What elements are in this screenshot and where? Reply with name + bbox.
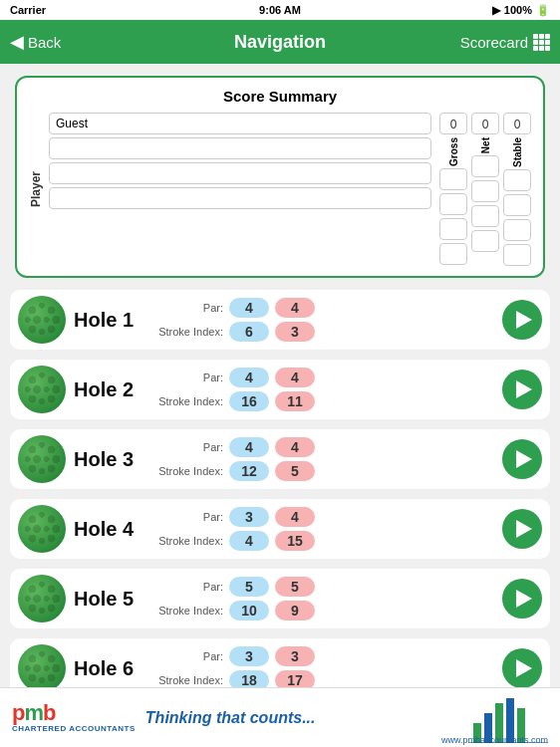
hole-stats-4: Par: 3 4 Stroke Index: 4 15 bbox=[151, 507, 494, 551]
grid-icon bbox=[533, 34, 550, 51]
hole-par-row-1: Par: 4 4 bbox=[151, 298, 494, 318]
signal-icon: ▶ bbox=[492, 4, 500, 17]
play-button-1[interactable] bbox=[502, 300, 542, 340]
par-label-5: Par: bbox=[151, 581, 223, 593]
par-pink-1: 4 bbox=[275, 298, 315, 318]
stable-cell-2 bbox=[503, 194, 531, 216]
gross-column: Gross bbox=[439, 137, 467, 266]
stable-cell-4 bbox=[503, 244, 531, 266]
back-chevron-icon: ◀ bbox=[10, 31, 24, 53]
play-icon-3 bbox=[516, 450, 532, 468]
hole-si-row-4: Stroke Index: 4 15 bbox=[151, 531, 494, 551]
player-2-input[interactable] bbox=[49, 137, 431, 159]
play-icon-5 bbox=[516, 590, 532, 608]
player-row-1 bbox=[49, 113, 431, 134]
play-button-4[interactable] bbox=[502, 509, 542, 549]
gross-cell-2 bbox=[439, 193, 467, 215]
si-pink-1: 3 bbox=[275, 322, 315, 342]
carrier-label: Carrier bbox=[10, 4, 46, 16]
pmb-logo: pmb Chartered Accountants bbox=[12, 702, 136, 733]
par-label-2: Par: bbox=[151, 372, 223, 383]
si-pink-3: 5 bbox=[275, 461, 315, 481]
par-blue-3: 4 bbox=[229, 437, 269, 457]
hole-par-row-4: Par: 3 4 bbox=[151, 507, 494, 527]
si-label-5: Stroke Index: bbox=[151, 605, 223, 617]
hole-row-2: Hole 2 Par: 4 4 Stroke Index: 16 11 bbox=[10, 360, 550, 419]
battery-label: 100% bbox=[504, 4, 532, 16]
hole-name-3: Hole 3 bbox=[74, 448, 143, 471]
si-label-4: Stroke Index: bbox=[151, 535, 223, 547]
back-button[interactable]: ◀ Back bbox=[10, 31, 61, 53]
nav-bar: ◀ Back Navigation Scorecard bbox=[0, 20, 560, 64]
status-bar: Carrier 9:06 AM ▶ 100% 🔋 bbox=[0, 0, 560, 20]
si-blue-5: 10 bbox=[229, 601, 269, 621]
hole-row-1: Hole 1 Par: 4 4 Stroke Index: 6 3 bbox=[10, 290, 550, 350]
player-1-input[interactable] bbox=[49, 113, 431, 134]
scorecard-button[interactable]: Scorecard bbox=[460, 34, 550, 51]
si-blue-2: 16 bbox=[229, 391, 269, 411]
player-row-2 bbox=[49, 137, 431, 159]
si-pink-2: 11 bbox=[275, 391, 315, 411]
play-button-6[interactable] bbox=[502, 648, 542, 688]
hole-name-4: Hole 4 bbox=[74, 518, 143, 541]
gross-cell-4 bbox=[439, 243, 467, 265]
player-3-input[interactable] bbox=[49, 162, 431, 184]
score-summary-title: Score Summary bbox=[29, 88, 531, 105]
net-top-value: 0 bbox=[471, 113, 499, 134]
time-label: 9:06 AM bbox=[259, 4, 301, 16]
play-icon-6 bbox=[516, 659, 532, 677]
hole-ball-3 bbox=[18, 435, 66, 483]
play-icon-2 bbox=[516, 380, 532, 398]
si-label-6: Stroke Index: bbox=[151, 674, 223, 686]
net-header: Net bbox=[480, 137, 491, 153]
gross-cell-3 bbox=[439, 218, 467, 240]
hole-par-row-2: Par: 4 4 bbox=[151, 368, 494, 387]
player-4-input[interactable] bbox=[49, 187, 431, 209]
play-button-3[interactable] bbox=[502, 439, 542, 479]
hole-name-6: Hole 6 bbox=[74, 657, 143, 680]
hole-stats-1: Par: 4 4 Stroke Index: 6 3 bbox=[151, 298, 494, 342]
ad-banner: pmb Chartered Accountants Thinking that … bbox=[0, 687, 560, 747]
hole-name-1: Hole 1 bbox=[74, 309, 143, 332]
stable-cell-3 bbox=[503, 219, 531, 241]
hole-name-5: Hole 5 bbox=[74, 588, 143, 611]
par-pink-6: 3 bbox=[275, 646, 315, 666]
stable-cell-1 bbox=[503, 169, 531, 191]
hole-stats-6: Par: 3 3 Stroke Index: 18 17 bbox=[151, 646, 494, 690]
score-main-cols: Gross Net Stable bbox=[439, 137, 531, 266]
par-pink-5: 5 bbox=[275, 577, 315, 597]
hole-si-row-1: Stroke Index: 6 3 bbox=[151, 322, 494, 342]
stable-header: Stable bbox=[512, 137, 523, 167]
hole-stats-3: Par: 4 4 Stroke Index: 12 5 bbox=[151, 437, 494, 481]
back-label: Back bbox=[28, 34, 61, 51]
par-blue-5: 5 bbox=[229, 577, 269, 597]
score-columns-container: 0 0 0 Gross Net bbox=[439, 113, 531, 266]
player-rows bbox=[49, 113, 431, 266]
par-blue-6: 3 bbox=[229, 646, 269, 666]
par-label-3: Par: bbox=[151, 441, 223, 453]
play-button-2[interactable] bbox=[502, 370, 542, 409]
par-label-4: Par: bbox=[151, 511, 223, 523]
gross-cell-1 bbox=[439, 168, 467, 190]
par-label-1: Par: bbox=[151, 302, 223, 314]
par-pink-2: 4 bbox=[275, 368, 315, 387]
par-pink-4: 4 bbox=[275, 507, 315, 527]
si-label-3: Stroke Index: bbox=[151, 465, 223, 477]
net-column: Net bbox=[471, 137, 499, 266]
score-summary: Score Summary Player 0 0 0 bbox=[15, 76, 545, 278]
player-row-4 bbox=[49, 187, 431, 209]
scorecard-label: Scorecard bbox=[460, 34, 528, 51]
hole-par-row-3: Par: 4 4 bbox=[151, 437, 494, 457]
play-button-5[interactable] bbox=[502, 579, 542, 619]
par-blue-1: 4 bbox=[229, 298, 269, 318]
stable-top-value: 0 bbox=[503, 113, 531, 134]
hole-si-row-5: Stroke Index: 10 9 bbox=[151, 601, 494, 621]
hole-par-row-6: Par: 3 3 bbox=[151, 646, 494, 666]
ad-website: www.pmbaccountants.com bbox=[441, 735, 548, 745]
par-blue-2: 4 bbox=[229, 368, 269, 387]
battery-icon: 🔋 bbox=[536, 4, 550, 17]
par-label-6: Par: bbox=[151, 650, 223, 662]
si-label-1: Stroke Index: bbox=[151, 326, 223, 338]
hole-par-row-5: Par: 5 5 bbox=[151, 577, 494, 597]
score-table: Player 0 0 0 bbox=[29, 113, 531, 266]
